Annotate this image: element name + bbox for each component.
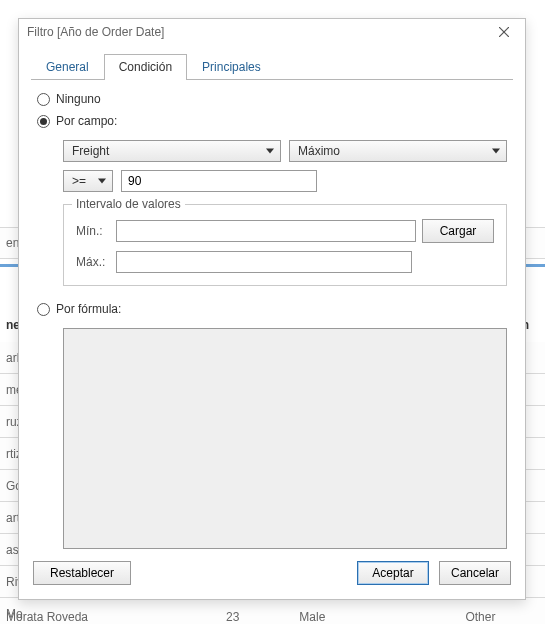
aggregation-dropdown-value: Máximo <box>298 144 340 158</box>
range-legend: Intervalo de valores <box>72 197 185 211</box>
radio-by-formula-label: Por fórmula: <box>56 302 121 316</box>
tab-principales[interactable]: Principales <box>187 54 276 80</box>
tab-condicion[interactable]: Condición <box>104 54 187 80</box>
max-label: Máx.: <box>76 255 110 269</box>
chevron-down-icon <box>98 174 106 188</box>
tab-bar: General Condición Principales <box>31 54 513 80</box>
radio-by-field-label: Por campo: <box>56 114 117 128</box>
filter-dialog: Filtro [Año de Order Date] General Condi… <box>18 18 526 600</box>
close-icon <box>499 27 509 37</box>
cancel-button[interactable]: Cancelar <box>439 561 511 585</box>
tab-general[interactable]: General <box>31 54 104 80</box>
dialog-title: Filtro [Año de Order Date] <box>27 25 491 39</box>
dialog-body: Ninguno Por campo: Freight Máximo >= <box>19 80 525 549</box>
chevron-down-icon <box>492 144 500 158</box>
load-button[interactable]: Cargar <box>422 219 494 243</box>
bg-cell-age: 23 <box>226 610 239 624</box>
max-input[interactable] <box>116 251 412 273</box>
operator-dropdown-value: >= <box>72 174 86 188</box>
dialog-footer: Restablecer Aceptar Cancelar <box>19 549 525 599</box>
svg-marker-3 <box>492 149 500 154</box>
svg-marker-4 <box>98 179 106 184</box>
radio-none[interactable] <box>37 93 50 106</box>
value-input[interactable] <box>121 170 317 192</box>
min-input[interactable] <box>116 220 416 242</box>
reset-button[interactable]: Restablecer <box>33 561 131 585</box>
bg-cell-gender: Male <box>299 610 325 624</box>
min-label: Mín.: <box>76 224 110 238</box>
field-dropdown[interactable]: Freight <box>63 140 281 162</box>
radio-by-field[interactable] <box>37 115 50 128</box>
svg-marker-2 <box>266 149 274 154</box>
titlebar: Filtro [Año de Order Date] <box>19 19 525 44</box>
radio-by-formula[interactable] <box>37 303 50 316</box>
range-group: Intervalo de valores Mín.: Cargar Máx.: <box>63 204 507 286</box>
aggregation-dropdown[interactable]: Máximo <box>289 140 507 162</box>
close-button[interactable] <box>491 21 517 43</box>
bg-cell-eth: Other <box>465 610 495 624</box>
formula-textarea[interactable] <box>63 328 507 549</box>
ok-button[interactable]: Aceptar <box>357 561 429 585</box>
chevron-down-icon <box>266 144 274 158</box>
bg-cell-name: Morata Roveda <box>6 610 166 624</box>
radio-none-label: Ninguno <box>56 92 101 106</box>
operator-dropdown[interactable]: >= <box>63 170 113 192</box>
field-dropdown-value: Freight <box>72 144 109 158</box>
